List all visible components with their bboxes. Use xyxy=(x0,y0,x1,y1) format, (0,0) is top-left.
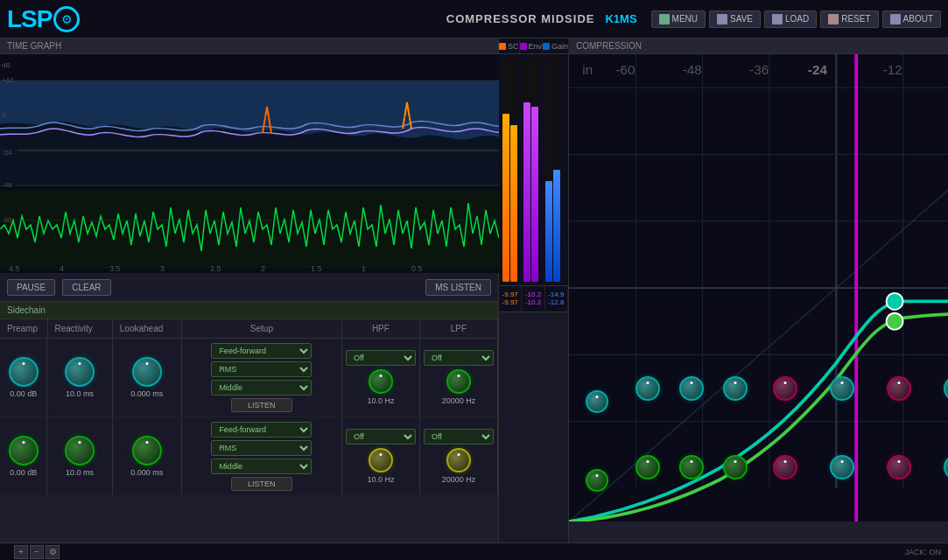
reset-button[interactable]: RESET xyxy=(820,10,878,28)
lpf-val-1: 20000 Hz xyxy=(442,396,476,405)
hpf-mode-select-1[interactable]: Off xyxy=(346,350,416,366)
knee-knob-1[interactable] xyxy=(679,376,704,401)
preamp-val-2: 0.00 dB xyxy=(10,468,37,477)
svg-text:dB: dB xyxy=(2,61,11,69)
lookahead-label: Lookahead xyxy=(113,319,182,338)
boost-knob-1[interactable] xyxy=(586,390,608,413)
about-button[interactable]: ABOUT xyxy=(882,10,941,28)
attack-thresh-knob-1[interactable] xyxy=(773,376,797,401)
reactivity-val-1: 10.0 ms xyxy=(66,389,94,398)
ratio-knob-1[interactable] xyxy=(636,376,660,401)
lookahead-cell-1: 0.000 ms xyxy=(113,339,182,416)
save-button[interactable]: SAVE xyxy=(709,10,761,28)
main-content: TIME GRAPH xyxy=(0,38,948,542)
hpf-cell-1: Off 10.0 Hz xyxy=(342,339,420,416)
meters-bottom xyxy=(499,312,568,543)
svg-text:0.5: 0.5 xyxy=(411,264,423,273)
svg-text:-24: -24 xyxy=(808,62,828,77)
env-meter-group xyxy=(523,58,543,282)
attack-thresh-knob-2[interactable] xyxy=(773,455,797,480)
listen-btn-1[interactable]: LISTEN xyxy=(231,398,292,412)
preamp-knob-1[interactable] xyxy=(9,357,39,387)
mode-select-1[interactable]: Feed-forward xyxy=(211,343,312,359)
gain-meter-group xyxy=(545,58,565,282)
hpf-knob-2[interactable] xyxy=(369,448,393,472)
header-plugin: K1MS xyxy=(605,12,636,25)
reactivity-knob-1[interactable] xyxy=(65,357,95,387)
hpf-val-2: 10.0 Hz xyxy=(367,475,394,484)
sc-vals: -9.97 -9.97 xyxy=(499,286,522,312)
bottom-bar: + − ⚙ JACK: ON xyxy=(0,542,948,560)
release-thresh-knob-1[interactable] xyxy=(887,376,911,401)
preamp-knob-2[interactable] xyxy=(9,436,39,466)
load-button[interactable]: LOAD xyxy=(764,10,817,28)
svg-point-44 xyxy=(887,293,903,310)
svg-text:1.5: 1.5 xyxy=(311,264,322,273)
sidechain-labels: Preamp Reactivity Lookahead Setup HPF LP… xyxy=(0,319,498,339)
setup-label: Setup xyxy=(182,319,342,338)
ms-listen-button[interactable]: MS LISTEN xyxy=(425,279,491,296)
setup-cell-2: Feed-forward RMS Middle LISTEN xyxy=(182,417,342,495)
attack-time-knob-2[interactable] xyxy=(830,455,854,480)
svg-rect-6 xyxy=(0,190,499,269)
sidechain-channel-2: 0.00 dB 10.0 ms 0.000 ms Feed-forward xyxy=(0,417,498,496)
meters-panel: SC Env Gain xyxy=(499,38,569,542)
boost-knob-2[interactable] xyxy=(586,469,608,492)
setup-cell-1: Feed-forward RMS Middle LISTEN xyxy=(182,339,342,416)
env-bar-2 xyxy=(531,58,538,282)
makeup-knob-2[interactable] xyxy=(723,455,748,480)
clear-button[interactable]: CLEAR xyxy=(62,279,110,296)
add-button[interactable]: + xyxy=(14,545,28,559)
release-thresh-knob-2[interactable] xyxy=(887,455,911,480)
meters-values-row: -9.97 -9.97 -10.2 -10.2 -14.9 -12.8 xyxy=(499,285,568,312)
hpf-knob-1[interactable] xyxy=(369,369,393,394)
svg-text:+12: +12 xyxy=(2,76,14,84)
ratio-knob-2[interactable] xyxy=(636,455,660,480)
lpf-cell-2: Off 20000 Hz xyxy=(420,417,498,495)
gain-bar-1 xyxy=(545,58,552,282)
menu-button[interactable]: MENU xyxy=(651,10,706,28)
makeup-knob-1[interactable] xyxy=(723,376,748,401)
sidechain-header: Sidechain xyxy=(0,302,498,319)
lpf-knob-1[interactable] xyxy=(446,369,471,394)
lpf-knob-2[interactable] xyxy=(446,448,471,472)
svg-text:-48: -48 xyxy=(2,181,12,189)
env-bar-1 xyxy=(523,58,530,282)
compression-section: COMPRESSION xyxy=(569,38,948,301)
settings-button[interactable]: ⚙ xyxy=(46,545,60,559)
svg-text:-12: -12 xyxy=(883,62,902,77)
lpf-mode-select-2[interactable]: Off xyxy=(424,429,494,444)
pause-button[interactable]: PAUSE xyxy=(7,279,55,296)
mode-select-2[interactable]: Feed-forward xyxy=(211,422,312,438)
knee-knob-2[interactable] xyxy=(679,455,704,480)
channel-select-1[interactable]: Middle xyxy=(211,380,312,396)
listen-btn-2[interactable]: LISTEN xyxy=(231,477,292,491)
svg-text:in: in xyxy=(582,62,593,77)
reactivity-val-2: 10.0 ms xyxy=(66,468,94,477)
hpf-mode-select-2[interactable]: Off xyxy=(346,429,416,444)
svg-text:4.5: 4.5 xyxy=(9,264,20,273)
lpf-cell-1: Off 20000 Hz xyxy=(420,339,498,416)
lookahead-knob-1[interactable] xyxy=(132,357,162,387)
compression-graph: in -60 -48 -36 -24 -12 0 +12 dB dB -12 xyxy=(569,54,948,301)
rms-select-2[interactable]: RMS xyxy=(211,440,312,456)
hpf-cell-2: Off 10.0 Hz xyxy=(342,417,420,495)
lookahead-knob-2[interactable] xyxy=(132,436,162,466)
channel-select-2[interactable]: Middle xyxy=(211,458,312,474)
svg-text:-24: -24 xyxy=(2,149,12,157)
right-panel: COMPRESSION xyxy=(569,38,948,542)
time-graph-title: TIME GRAPH xyxy=(0,38,498,54)
jack-status: JACK: ON xyxy=(904,548,941,556)
rms-select-1[interactable]: RMS xyxy=(211,361,312,377)
lpf-val-2: 20000 Hz xyxy=(442,475,476,484)
lpf-mode-select-1[interactable]: Off xyxy=(424,350,494,366)
time-graph-svg: 4.5 4 3.5 3 2.5 2 1.5 1 0.5 dB +12 0 -24 xyxy=(0,54,499,273)
svg-text:-60: -60 xyxy=(615,62,635,77)
attack-time-knob-1[interactable] xyxy=(830,376,854,401)
reactivity-knob-2[interactable] xyxy=(65,436,95,466)
svg-text:-36: -36 xyxy=(749,62,769,77)
header: LSP ⚙ COMPRESSOR MIDSIDE K1MS MENU SAVE … xyxy=(0,0,948,38)
lpf-label: LPF xyxy=(420,319,498,338)
svg-text:3.5: 3.5 xyxy=(109,264,121,273)
remove-button[interactable]: − xyxy=(30,545,44,559)
